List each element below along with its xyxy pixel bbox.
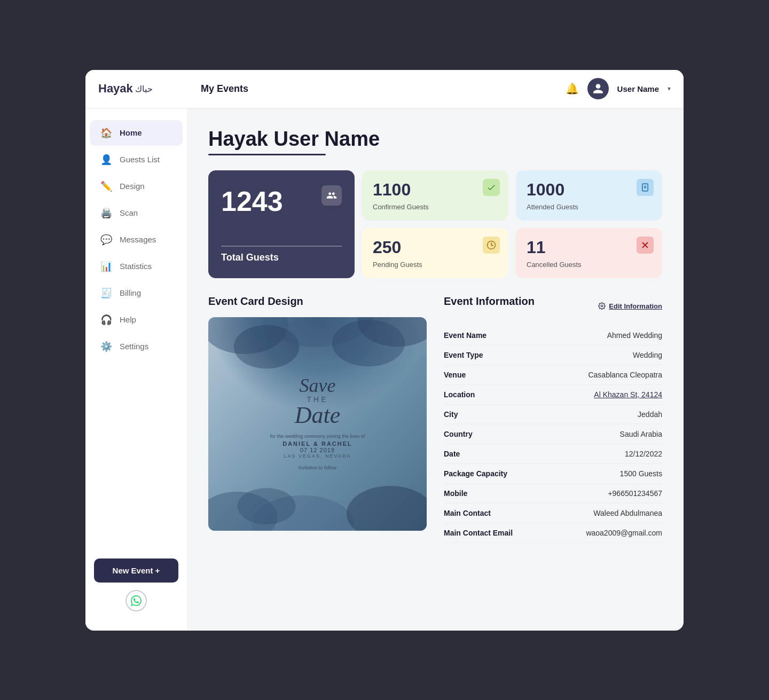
- field-label-location: Location: [444, 390, 475, 399]
- sidebar-item-statistics[interactable]: 📊 Statistics: [90, 254, 183, 279]
- sidebar-item-messages[interactable]: 💬 Messages: [90, 227, 183, 253]
- scan-icon: 🖨️: [100, 207, 112, 219]
- bell-icon[interactable]: 🔔: [566, 82, 579, 95]
- card-save-text: Save: [270, 376, 365, 395]
- field-label-event-name: Event Name: [444, 331, 486, 340]
- svg-point-10: [332, 320, 405, 366]
- header-right: 🔔 User Name ▾: [566, 78, 671, 99]
- sidebar: 🏠 Home 👤 Guests List ✏️ Design 🖨️ Scan 💬: [85, 108, 187, 631]
- edit-info-label: Edit Information: [609, 302, 662, 310]
- pending-guests-label: Pending Guests: [373, 261, 498, 269]
- home-icon: 🏠: [100, 127, 112, 139]
- field-label-mobile: Mobile: [444, 489, 467, 498]
- sidebar-item-label: Help: [120, 315, 136, 324]
- table-row: Main Contact Waleed Abdulmanea: [444, 504, 662, 523]
- logo-arabic: حياك: [135, 84, 153, 94]
- event-card-section: Event Card Design Sa: [208, 295, 427, 543]
- table-row: Package Capacity 1500 Guests: [444, 464, 662, 484]
- help-icon: 🎧: [100, 314, 112, 326]
- field-label-date: Date: [444, 450, 460, 458]
- svg-point-14: [347, 485, 427, 530]
- field-value-event-name: Ahmed Wedding: [607, 331, 662, 340]
- sidebar-item-label: Statistics: [120, 262, 152, 271]
- table-row: City Jeddah: [444, 405, 662, 424]
- table-row: Date 12/12/2022: [444, 444, 662, 464]
- field-label-event-type: Event Type: [444, 351, 483, 359]
- card-city: LAS VEGAS, NEVADA: [270, 453, 365, 459]
- sidebar-item-home[interactable]: 🏠 Home: [90, 120, 183, 146]
- logo-text: Hayak: [98, 82, 133, 96]
- table-row: Event Type Wedding: [444, 345, 662, 365]
- card-text-wrap: Save THE Date for the wedding ceremony j…: [270, 376, 365, 471]
- table-row: Mobile +966501234567: [444, 484, 662, 504]
- settings-icon: ⚙️: [100, 341, 112, 352]
- pending-guests-number: 250: [373, 238, 498, 257]
- header-title: My Events: [194, 83, 566, 95]
- sidebar-item-label: Design: [120, 182, 145, 191]
- user-name-header: User Name: [617, 84, 659, 93]
- edit-information-button[interactable]: Edit Information: [598, 302, 662, 310]
- avatar[interactable]: [587, 78, 609, 99]
- field-label-venue: Venue: [444, 371, 466, 379]
- field-label-capacity: Package Capacity: [444, 469, 507, 478]
- event-info-section: Event Information Edit Information Event…: [444, 295, 662, 543]
- pending-guests-card: 250 Pending Guests: [362, 228, 508, 278]
- total-guests-number: 1243: [221, 185, 283, 217]
- field-value-contact-email: waoa2009@gmail.com: [586, 529, 662, 537]
- sidebar-item-settings[interactable]: ⚙️ Settings: [90, 334, 183, 359]
- card-names: DANIEL & RACHEL: [270, 441, 365, 447]
- sidebar-nav: 🏠 Home 👤 Guests List ✏️ Design 🖨️ Scan 💬: [85, 119, 187, 360]
- field-value-city: Jeddah: [638, 410, 662, 419]
- cancelled-icon: [637, 237, 654, 254]
- chevron-down-icon[interactable]: ▾: [668, 85, 671, 92]
- field-label-main-contact: Main Contact: [444, 509, 491, 517]
- confirmed-guests-label: Confirmed Guests: [373, 203, 498, 211]
- main-content: Hayak User Name 1243 Total Guests: [187, 108, 684, 631]
- billing-icon: 🧾: [100, 287, 112, 299]
- app-container: Hayak حياك My Events 🔔 User Name ▾ 🏠 Hom…: [85, 70, 684, 631]
- svg-point-15: [238, 488, 296, 524]
- event-info-header: Event Information Edit Information: [444, 295, 662, 317]
- page-title-underline: [208, 154, 326, 155]
- whatsapp-icon[interactable]: [125, 590, 147, 611]
- field-value-country: Saudi Arabia: [620, 430, 662, 438]
- sidebar-item-billing[interactable]: 🧾 Billing: [90, 280, 183, 306]
- stats-grid: 1243 Total Guests 1100 Confirmed Guests: [208, 170, 662, 278]
- sidebar-bottom: New Event +: [85, 550, 187, 620]
- field-value-location[interactable]: Al Khazan St, 24124: [594, 390, 662, 399]
- field-value-date: 12/12/2022: [625, 450, 662, 458]
- header: Hayak حياك My Events 🔔 User Name ▾: [85, 70, 684, 108]
- total-guests-icon: [321, 185, 342, 206]
- table-row: Main Contact Email waoa2009@gmail.com: [444, 523, 662, 543]
- sidebar-item-help[interactable]: 🎧 Help: [90, 307, 183, 333]
- field-value-capacity: 1500 Guests: [620, 469, 662, 478]
- confirmed-guests-card: 1100 Confirmed Guests: [362, 170, 508, 221]
- field-value-venue: Casablanca Cleopatra: [588, 371, 662, 379]
- sidebar-item-guests[interactable]: 👤 Guests List: [90, 147, 183, 172]
- event-card-title: Event Card Design: [208, 295, 427, 308]
- total-guests-label: Total Guests: [221, 246, 342, 263]
- attended-guests-label: Attended Guests: [527, 203, 652, 211]
- page-title: Hayak User Name: [208, 128, 662, 151]
- new-event-button[interactable]: New Event +: [94, 559, 178, 583]
- sidebar-item-scan[interactable]: 🖨️ Scan: [90, 200, 183, 226]
- field-label-country: Country: [444, 430, 473, 438]
- field-label-contact-email: Main Contact Email: [444, 529, 513, 537]
- total-guests-card: 1243 Total Guests: [208, 170, 355, 278]
- card-date2: 07 12 2019: [270, 447, 365, 453]
- confirmed-guests-number: 1100: [373, 180, 498, 200]
- table-row: Country Saudi Arabia: [444, 424, 662, 444]
- table-row: Location Al Khazan St, 24124: [444, 385, 662, 405]
- attended-icon: [637, 179, 654, 196]
- field-value-main-contact: Waleed Abdulmanea: [593, 509, 662, 517]
- field-value-mobile: +966501234567: [608, 489, 662, 498]
- event-info-title: Event Information: [444, 295, 535, 308]
- statistics-icon: 📊: [100, 261, 112, 272]
- svg-point-16: [601, 305, 603, 307]
- cancelled-guests-card: 11 Cancelled Guests: [516, 228, 662, 278]
- guests-icon: 👤: [100, 154, 112, 166]
- card-invitation: invitation to follow: [270, 464, 365, 471]
- table-row: Event Name Ahmed Wedding: [444, 326, 662, 345]
- messages-icon: 💬: [100, 234, 112, 246]
- sidebar-item-design[interactable]: ✏️ Design: [90, 174, 183, 199]
